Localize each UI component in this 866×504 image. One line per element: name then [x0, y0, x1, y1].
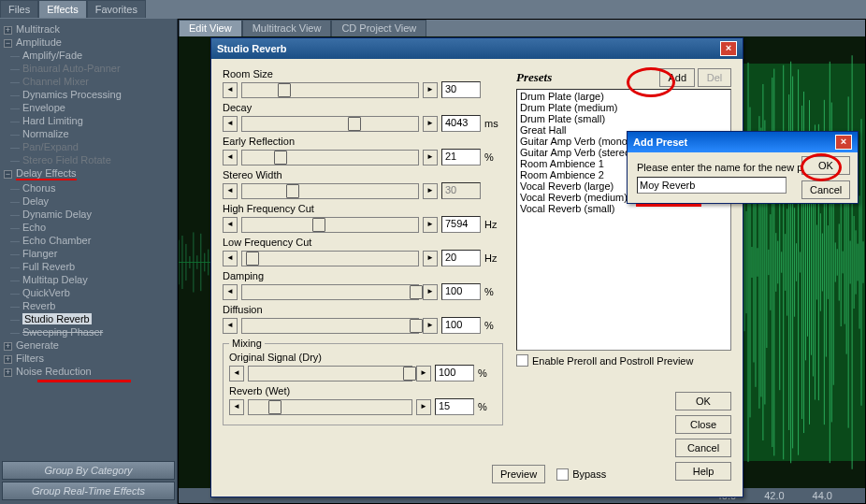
tree-item-envelope[interactable]: Envelope [2, 101, 175, 114]
value-input[interactable]: 100 [441, 317, 481, 334]
add-preset-ok-button[interactable]: OK [801, 156, 850, 175]
tree-item-dynamic-delay[interactable]: Dynamic Delay [2, 208, 175, 221]
slider-track[interactable] [248, 366, 412, 382]
slider-track[interactable] [241, 116, 419, 132]
tree-item-chorus[interactable]: Chorus [2, 181, 175, 194]
tree-item-pan-expand[interactable]: Pan/Expand [2, 140, 175, 153]
tree-item-full-reverb[interactable]: Full Reverb [2, 260, 175, 273]
increment-button[interactable]: ► [416, 366, 431, 382]
tree-noise-reduction[interactable]: +Noise Reduction [2, 365, 175, 378]
slider-track[interactable] [241, 284, 419, 300]
preset-item[interactable]: Drum Plate (medium) [518, 102, 729, 113]
preset-listbox[interactable]: Drum Plate (large)Drum Plate (medium)Dru… [516, 89, 731, 351]
slider-track[interactable] [241, 150, 419, 166]
tab-cd-project-view[interactable]: CD Project View [331, 20, 426, 36]
cancel-button[interactable]: Cancel [675, 439, 731, 457]
value-input[interactable]: 20 [441, 250, 481, 266]
tree-item-stereo-field-rotate[interactable]: Stereo Field Rotate [2, 153, 175, 166]
tree-generate[interactable]: +Generate [2, 338, 175, 352]
tree-item-echo[interactable]: Echo [2, 221, 175, 234]
tree-item-amplify-fade[interactable]: Amplify/Fade [2, 49, 175, 62]
decrement-button[interactable]: ◄ [223, 183, 238, 199]
tree-item-delay[interactable]: Delay [2, 194, 175, 208]
slider-track[interactable] [241, 183, 419, 199]
value-input[interactable]: 30 [441, 81, 481, 98]
tree-multitrack[interactable]: +Multitrack [2, 22, 175, 36]
enable-preroll-checkbox[interactable] [516, 354, 528, 367]
slider-track[interactable] [241, 82, 419, 98]
increment-button[interactable]: ► [423, 318, 438, 334]
decrement-button[interactable]: ◄ [223, 82, 238, 98]
increment-button[interactable]: ► [423, 116, 438, 132]
preset-item[interactable]: Drum Plate (small) [518, 113, 729, 124]
preset-name-input[interactable] [637, 177, 787, 194]
group-by-category-button[interactable]: Group By Category [2, 461, 175, 480]
value-input[interactable]: 7594 [441, 216, 481, 233]
close-icon[interactable]: × [835, 135, 852, 150]
del-preset-button[interactable]: Del [698, 68, 731, 87]
decrement-button[interactable]: ◄ [223, 284, 238, 300]
increment-button[interactable]: ► [423, 217, 438, 233]
tree-item-echo-chamber[interactable]: Echo Chamber [2, 234, 175, 247]
param-label: Early Reflection [223, 136, 503, 147]
tree-amplitude[interactable]: −Amplitude [2, 36, 175, 49]
increment-button[interactable]: ► [416, 399, 431, 415]
dialog-titlebar[interactable]: Add Preset × [628, 132, 858, 152]
tab-multitrack-view[interactable]: Multitrack View [242, 20, 332, 36]
decrement-button[interactable]: ◄ [223, 217, 238, 233]
tree-item-dynamics-processing[interactable]: Dynamics Processing [2, 88, 175, 101]
tree-item-quickverb[interactable]: QuickVerb [2, 286, 175, 299]
close-icon[interactable]: × [720, 41, 737, 56]
decrement-button[interactable]: ◄ [223, 318, 238, 334]
ok-button[interactable]: OK [675, 392, 731, 410]
tab-effects[interactable]: Effects [38, 0, 86, 18]
increment-button[interactable]: ► [423, 183, 438, 199]
tree-item-studio-reverb[interactable]: Studio Reverb [2, 312, 175, 325]
value-input[interactable]: 4043 [441, 115, 481, 132]
value-input[interactable]: 100 [441, 283, 481, 300]
tree-item-flanger[interactable]: Flanger [2, 247, 175, 260]
add-preset-button[interactable]: Add [659, 68, 695, 87]
value-input[interactable]: 30 [441, 182, 481, 199]
tree-item-sweeping-phaser[interactable]: Sweeping Phaser [2, 325, 175, 338]
tree-item-channel-mixer[interactable]: Channel Mixer [2, 75, 175, 88]
value-input[interactable]: 100 [435, 365, 474, 382]
slider-track[interactable] [241, 217, 419, 233]
tab-edit-view[interactable]: Edit View [179, 20, 242, 36]
increment-button[interactable]: ► [423, 82, 438, 98]
tree-delay-effects[interactable]: −Delay Effects [2, 166, 175, 181]
effects-tree[interactable]: +Multitrack −Amplitude Amplify/FadeBinau… [0, 19, 177, 449]
value-input[interactable]: 15 [435, 398, 474, 415]
decrement-button[interactable]: ◄ [223, 150, 238, 166]
tree-item-multitap-delay[interactable]: Multitap Delay [2, 273, 175, 286]
slider-track[interactable] [248, 399, 412, 415]
value-input[interactable]: 21 [441, 149, 481, 166]
preview-button[interactable]: Preview [492, 465, 545, 483]
dialog-titlebar[interactable]: Studio Reverb × [211, 38, 743, 59]
increment-button[interactable]: ► [423, 284, 438, 300]
add-preset-cancel-button[interactable]: Cancel [801, 180, 850, 199]
slider-track[interactable] [241, 251, 419, 266]
increment-button[interactable]: ► [423, 251, 438, 266]
close-button[interactable]: Close [675, 415, 731, 434]
help-button[interactable]: Help [675, 462, 731, 481]
decrement-button[interactable]: ◄ [223, 116, 238, 132]
preset-item[interactable]: Vocal Reverb (small) [518, 203, 729, 214]
group-realtime-effects-button[interactable]: Group Real-Time Effects [2, 482, 175, 500]
decrement-button[interactable]: ◄ [229, 366, 244, 382]
tab-files[interactable]: Files [0, 0, 38, 18]
increment-button[interactable]: ► [423, 150, 438, 166]
tree-item-reverb[interactable]: Reverb [2, 299, 175, 312]
tree-filters[interactable]: +Filters [2, 352, 175, 365]
decrement-button[interactable]: ◄ [223, 251, 238, 266]
decrement-button[interactable]: ◄ [229, 399, 244, 415]
slider-track[interactable] [241, 318, 419, 334]
unit-label: % [484, 286, 503, 297]
tab-favorites[interactable]: Favorites [87, 0, 146, 18]
tree-item-normalize[interactable]: Normalize [2, 127, 175, 140]
preset-item[interactable]: Drum Plate (large) [518, 91, 729, 102]
time-marker: 44.0 [813, 490, 832, 501]
bypass-checkbox[interactable] [556, 468, 569, 481]
tree-item-hard-limiting[interactable]: Hard Limiting [2, 114, 175, 127]
tree-item-binaural-auto-panner[interactable]: Binaural Auto-Panner [2, 62, 175, 75]
